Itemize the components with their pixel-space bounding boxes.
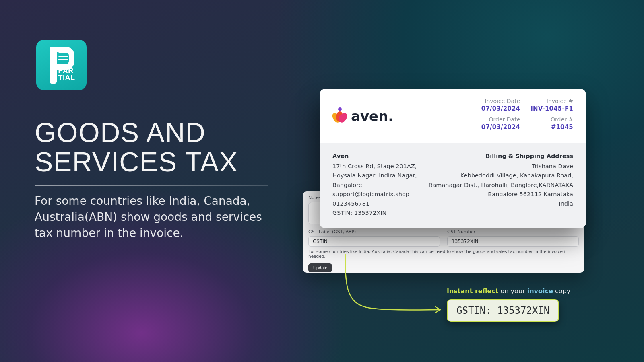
gst-number-caption: GST Number: [447, 229, 579, 234]
gst-label-input[interactable]: [308, 236, 440, 247]
company-gstin: GSTIN: 135372XIN: [332, 208, 417, 218]
order-no-value: #1045: [530, 123, 573, 131]
gst-helper-text: For some countries like India, Australia…: [308, 249, 579, 259]
invoice-preview: aven. Invoice Date 07/03/2024 Order Date…: [320, 89, 586, 228]
invoice-no-value: INV-1045-F1: [530, 105, 573, 112]
invoice-brand-name: aven.: [351, 108, 393, 124]
shipping-address: Billing & Shipping Address Trishana Dave…: [429, 152, 573, 218]
invoice-date-value: 07/03/2024: [481, 105, 520, 112]
gst-number-input[interactable]: [447, 236, 579, 247]
partial-logo: PARTIAL: [36, 40, 87, 90]
order-date-value: 07/03/2024: [481, 123, 520, 131]
invoice-brand: aven.: [332, 98, 393, 135]
invoice-date-label: Invoice Date: [481, 98, 520, 104]
hero-section: Goods and services tax For some countrie…: [35, 118, 268, 241]
aven-logo-icon: [332, 109, 347, 123]
hero-title: Goods and services tax: [35, 118, 268, 177]
gstin-chip: GSTIN: 135372XIN: [447, 299, 559, 322]
divider: [35, 185, 268, 186]
hero-subtitle: For some countries like India, Canada, A…: [35, 193, 268, 241]
order-no-label: Order #: [530, 116, 573, 123]
logo-text-2: TIAL: [58, 74, 75, 82]
update-button[interactable]: Update: [308, 263, 332, 272]
gst-label-caption: GST Label (GST, ABP): [308, 229, 440, 234]
order-date-label: Order Date: [481, 116, 520, 123]
invoice-no-label: Invoice #: [530, 98, 573, 104]
callout-text: Instant reflect on your invoice copy: [447, 287, 570, 295]
company-address: Aven 17th Cross Rd, Stage 201AZ, Hoysala…: [332, 152, 417, 218]
